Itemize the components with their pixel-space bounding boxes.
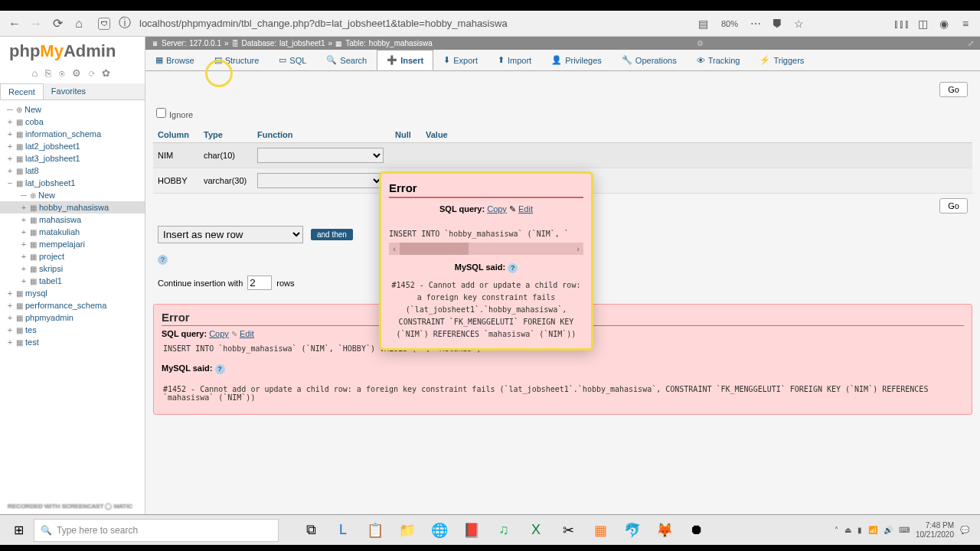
acrobat-icon[interactable]: 📕 <box>456 517 487 544</box>
continue-label: Continue insertion with <box>158 279 243 288</box>
tree-table[interactable]: +▦matakuliah <box>0 226 145 238</box>
db-tree: ─⊕New +▦coba +▦information_schema +▦lat2… <box>0 100 145 351</box>
tab-sql[interactable]: ▭SQL <box>269 50 316 70</box>
url-text[interactable]: localhost/phpmyadmin/tbl_change.php?db=l… <box>139 18 508 29</box>
tab-search[interactable]: 🔍Search <box>316 50 377 70</box>
tree-table[interactable]: +▦mahasiswa <box>0 214 145 226</box>
tree-table[interactable]: +▦skripsi <box>0 262 145 275</box>
continue-rows-input[interactable] <box>247 276 272 290</box>
tab-insert[interactable]: ➕Insert <box>377 50 433 70</box>
taskbar-search[interactable]: 🔍 Type here to search <box>34 519 279 542</box>
tree-table[interactable]: +▦tabel1 <box>0 275 145 287</box>
help-icon[interactable]: ? <box>158 255 168 265</box>
tree-item[interactable]: +▦test <box>0 336 145 348</box>
edit-link[interactable]: Edit <box>240 329 254 338</box>
go-button[interactable]: Go <box>939 82 968 97</box>
spotify-icon[interactable]: ♫ <box>488 517 519 544</box>
zoom-level[interactable]: 80% <box>721 19 738 28</box>
tray-usb-icon[interactable]: ⏏ <box>844 526 851 534</box>
chrome-icon[interactable]: 🌐 <box>424 517 455 544</box>
start-button[interactable]: ⊞ <box>5 517 32 544</box>
shield-icon[interactable]: 🛡 <box>98 18 110 30</box>
record-icon[interactable]: ⏺ <box>681 517 712 544</box>
tree-table[interactable]: +▦project <box>0 250 145 262</box>
star-icon[interactable]: ☆ <box>790 15 807 32</box>
field-row-nim: NIM char(10) <box>153 143 972 168</box>
tray-lang-icon[interactable]: ⌨ <box>899 526 910 534</box>
clock[interactable]: 7:48 PM 10/21/2020 <box>916 521 954 540</box>
expand-icon[interactable]: ⤢ <box>968 39 974 47</box>
bc-table[interactable]: hobby_mahasiswa <box>369 39 433 47</box>
xampp-icon[interactable]: ▦ <box>585 517 616 544</box>
snip-icon[interactable]: ✂ <box>553 517 583 544</box>
tray-volume-icon[interactable]: 🔊 <box>884 526 893 534</box>
popup-edit-link[interactable]: Edit <box>518 204 533 214</box>
reader-icon[interactable]: ▤ <box>695 15 712 32</box>
tree-item[interactable]: +▦lat8 <box>0 165 145 177</box>
forward-button[interactable]: → <box>28 15 44 32</box>
popup-scrollbar[interactable]: ‹› <box>389 243 583 255</box>
main-tabs: ▦Browse ▤Structure ▭SQL 🔍Search ➕Insert … <box>145 50 980 71</box>
help-icon[interactable]: ? <box>508 263 518 273</box>
tree-item[interactable]: +▦mysql <box>0 287 145 299</box>
tree-item[interactable]: +▦coba <box>0 116 145 128</box>
menu-dots-icon[interactable]: ⋯ <box>747 15 764 32</box>
tree-item[interactable]: +▦tes <box>0 324 145 336</box>
function-select-nim[interactable] <box>257 148 384 163</box>
tree-item[interactable]: +▦lat3_jobsheet1 <box>0 152 145 165</box>
firefox-icon[interactable]: 🦊 <box>649 517 680 544</box>
tab-recent[interactable]: Recent <box>0 83 44 99</box>
excel-icon[interactable]: X <box>521 517 551 544</box>
task-view-icon[interactable]: ⧉ <box>296 517 326 544</box>
tray-chevron-icon[interactable]: ˄ <box>835 526 838 534</box>
tab-import[interactable]: ⬆Import <box>488 50 541 70</box>
sidebar-quick-icons[interactable]: ⌂ ⎘ ◉ ⚙ ⟳ ✿ <box>0 66 145 83</box>
pocket-icon[interactable]: ⛊ <box>769 15 786 32</box>
col-header-type: Type <box>204 130 257 139</box>
tree-table[interactable]: +▦mempelajari <box>0 238 145 250</box>
tab-triggers[interactable]: ⚡Triggers <box>750 50 814 70</box>
go-button-2[interactable]: Go <box>939 198 968 214</box>
office-icon[interactable]: 📋 <box>360 517 390 544</box>
tray-wifi-icon[interactable]: 📶 <box>868 526 877 534</box>
tree-new[interactable]: ─⊕New <box>0 103 145 116</box>
app-icon[interactable]: 🐬 <box>617 517 648 544</box>
account-icon[interactable]: ◉ <box>936 15 952 32</box>
tab-privileges[interactable]: 👤Privileges <box>541 50 612 70</box>
explorer-icon[interactable]: 📁 <box>392 517 423 544</box>
bc-database[interactable]: lat_jobsheet1 <box>279 39 325 47</box>
insert-mode-select[interactable]: Insert as new row <box>158 226 303 243</box>
gear-icon[interactable]: ⚙ <box>697 39 704 47</box>
reload-button[interactable]: ⟳ <box>49 15 66 32</box>
tab-favorites[interactable]: Favorites <box>44 83 93 99</box>
app-icon[interactable]: L <box>328 517 358 544</box>
home-button[interactable]: ⌂ <box>70 15 87 32</box>
tree-item[interactable]: +▦lat2_jobsheet1 <box>0 140 145 152</box>
bc-server[interactable]: 127.0.0.1 <box>189 39 221 47</box>
tab-operations[interactable]: 🔧Operations <box>612 50 687 70</box>
back-button[interactable]: ← <box>6 15 23 32</box>
ignore-checkbox[interactable]: Ignore <box>156 110 193 119</box>
popup-copy-link[interactable]: Copy <box>487 204 507 214</box>
copy-link[interactable]: Copy <box>209 329 229 338</box>
function-select-hobby[interactable] <box>257 173 384 188</box>
tree-table-hobby[interactable]: +▦hobby_mahasiswa <box>0 201 145 214</box>
tab-browse[interactable]: ▦Browse <box>145 50 204 70</box>
tray-battery-icon[interactable]: ▮ <box>858 526 862 534</box>
tab-tracking[interactable]: 👁Tracking <box>687 50 750 70</box>
info-icon[interactable]: ⓘ <box>116 15 133 32</box>
tree-item-lat-jobsheet1[interactable]: −▦lat_jobsheet1 <box>0 177 145 189</box>
sidebar-icon[interactable]: ◫ <box>914 15 931 32</box>
tree-item[interactable]: +▦performance_schema <box>0 299 145 311</box>
notifications-icon[interactable]: 💬 <box>960 526 969 534</box>
tab-export[interactable]: ⬇Export <box>433 50 488 70</box>
tree-new-table[interactable]: ─⊕New <box>0 189 145 201</box>
tree-item[interactable]: +▦phpmyadmin <box>0 311 145 324</box>
hamburger-icon[interactable]: ≡ <box>957 15 974 32</box>
taskbar: ⊞ 🔍 Type here to search ⧉ L 📋 📁 🌐 📕 ♫ X … <box>0 514 980 545</box>
logo[interactable]: phpMyAdmin <box>0 37 145 66</box>
tree-item[interactable]: +▦information_schema <box>0 128 145 140</box>
library-icon[interactable]: ⫿⫿⫿ <box>893 15 910 32</box>
help-icon[interactable]: ? <box>215 364 225 374</box>
tab-structure[interactable]: ▤Structure <box>204 50 270 70</box>
